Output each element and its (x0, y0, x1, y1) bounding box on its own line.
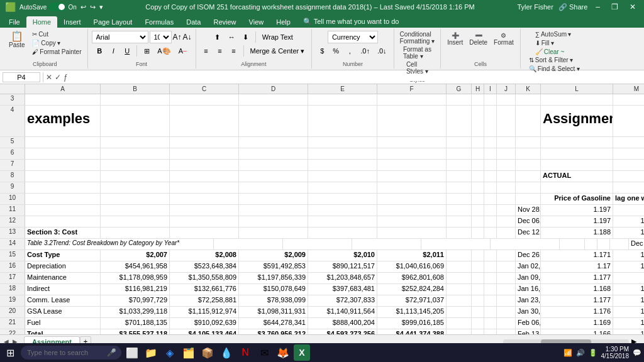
italic-button[interactable]: I (107, 45, 119, 57)
number-format-select[interactable]: Currency (328, 31, 378, 43)
cell-l5[interactable] (541, 137, 613, 148)
cell-l3[interactable] (541, 94, 613, 105)
cell-b6[interactable] (101, 148, 170, 159)
cell-l8[interactable]: ACTUAL (541, 171, 613, 182)
merge-center-button[interactable]: Merge & Center ▾ (247, 45, 308, 57)
align-right-button[interactable]: ≡ (228, 45, 240, 57)
insert-button[interactable]: ➕ Insert (445, 31, 465, 47)
cell-f3[interactable] (377, 94, 447, 105)
col-header-m[interactable]: M (613, 84, 644, 94)
font-color-button[interactable]: A─ (175, 45, 190, 57)
cell-m10[interactable]: lag one week (613, 194, 644, 204)
tab-file[interactable]: File (3, 16, 26, 28)
col-header-c[interactable]: C (170, 84, 239, 94)
format-button[interactable]: ⚙ Format (491, 31, 516, 47)
cell-l6[interactable] (541, 148, 613, 159)
align-bottom-button[interactable]: ⬇ (240, 31, 252, 43)
decrease-decimal-button[interactable]: .0↓ (374, 45, 390, 57)
align-center-button[interactable]: ≡ (214, 45, 226, 57)
col-header-i[interactable]: I (484, 84, 497, 94)
cell-k11[interactable]: Nov 28, 1994 (516, 205, 541, 216)
cell-c3[interactable] (170, 94, 239, 105)
cell-c6[interactable] (170, 148, 239, 159)
undo-icon[interactable]: ↩ (80, 3, 86, 11)
cell-k5[interactable] (516, 137, 541, 148)
format-painter-button[interactable]: 🖌 Format Painter (30, 48, 84, 56)
cell-h6[interactable] (472, 148, 484, 159)
paste-button[interactable]: 📋 Paste (6, 30, 28, 50)
cell-m3[interactable] (613, 94, 644, 105)
find-select-button[interactable]: 🔍 Find & Select ▾ (527, 65, 582, 73)
currency-button[interactable]: $ (316, 45, 328, 57)
increase-decimal-button[interactable]: .0↑ (357, 45, 373, 57)
cell-f5[interactable] (377, 137, 447, 148)
cell-g6[interactable] (447, 148, 472, 159)
fill-color-button[interactable]: A🎨 (154, 45, 174, 57)
cell-e6[interactable] (308, 148, 377, 159)
tab-tell-me[interactable]: 🔍 Tell me what you want to do (297, 16, 406, 28)
font-name-select[interactable]: Arial (92, 31, 148, 43)
insert-function-icon[interactable]: ƒ (64, 73, 68, 82)
cell-e3[interactable] (308, 94, 377, 105)
cell-j4[interactable] (497, 106, 516, 136)
cell-j3[interactable] (497, 94, 516, 105)
cell-l4[interactable]: Assignment (541, 106, 613, 136)
share-icon[interactable]: 🔗 Share (558, 3, 587, 11)
sort-filter-button[interactable]: ⇅ Sort & Filter ▾ (527, 56, 582, 64)
tab-formulas[interactable]: Formulas (138, 16, 180, 28)
autosum-button[interactable]: ∑ AutoSum ▾ (533, 30, 573, 38)
cell-i3[interactable] (484, 94, 497, 105)
autosave-switch[interactable] (48, 3, 66, 11)
cell-j5[interactable] (497, 137, 516, 148)
tab-insert[interactable]: Insert (57, 16, 87, 28)
cell-d4[interactable] (239, 106, 308, 136)
cell-e4[interactable] (308, 106, 377, 136)
clear-button[interactable]: 🧹 Clear ~ (533, 48, 573, 56)
col-header-f[interactable]: F (377, 84, 447, 94)
cell-f4[interactable] (377, 106, 447, 136)
tab-view[interactable]: View (243, 16, 270, 28)
cell-m5[interactable] (613, 137, 644, 148)
cell-b3[interactable] (101, 94, 170, 105)
formula-input[interactable] (70, 74, 641, 81)
tab-page-layout[interactable]: Page Layout (87, 16, 139, 28)
cell-d6[interactable] (239, 148, 308, 159)
enter-formula-icon[interactable]: ✓ (55, 73, 61, 82)
underline-button[interactable]: U (121, 45, 133, 57)
cell-l11[interactable]: 1.197 (541, 205, 613, 216)
col-header-g[interactable]: G (447, 84, 472, 94)
cell-k6[interactable] (516, 148, 541, 159)
cell-a4[interactable]: examples (25, 106, 101, 136)
shrink-font-icon[interactable]: A↓ (183, 33, 192, 41)
taskbar-netflix[interactable]: N (237, 344, 253, 361)
taskbar-file-explorer[interactable]: 📁 (143, 344, 159, 361)
cell-m6[interactable] (613, 148, 644, 159)
borders-button[interactable]: ⊞ (140, 45, 153, 57)
delete-button[interactable]: ➖ Delete (467, 31, 490, 47)
tab-help[interactable]: Help (270, 16, 297, 28)
cell-c5[interactable] (170, 137, 239, 148)
col-header-a[interactable]: A (25, 84, 101, 94)
taskbar-notification-icon[interactable]: 💬 (633, 349, 641, 357)
tab-review[interactable]: Review (207, 16, 242, 28)
cell-b4[interactable] (101, 106, 170, 136)
col-header-e[interactable]: E (308, 84, 377, 94)
start-button[interactable]: ⊞ (3, 346, 18, 360)
comma-button[interactable]: , (343, 45, 356, 57)
cut-button[interactable]: ✂ Cut (30, 30, 84, 38)
cell-l10[interactable]: Price of Gasoline (541, 194, 613, 204)
cell-h5[interactable] (472, 137, 484, 148)
cell-i6[interactable] (484, 148, 497, 159)
cell-f6[interactable] (377, 148, 447, 159)
grow-font-icon[interactable]: A↑ (173, 33, 182, 41)
cell-e5[interactable] (308, 137, 377, 148)
align-middle-button[interactable]: ↔ (225, 31, 238, 43)
cell-m4[interactable] (613, 106, 644, 136)
cell-g4[interactable] (447, 106, 472, 136)
cell-h3[interactable] (472, 94, 484, 105)
cell-a5[interactable] (25, 137, 101, 148)
cell-c4[interactable] (170, 106, 239, 136)
cell-j6[interactable] (497, 148, 516, 159)
cell-a6[interactable] (25, 148, 101, 159)
cell-b5[interactable] (101, 137, 170, 148)
